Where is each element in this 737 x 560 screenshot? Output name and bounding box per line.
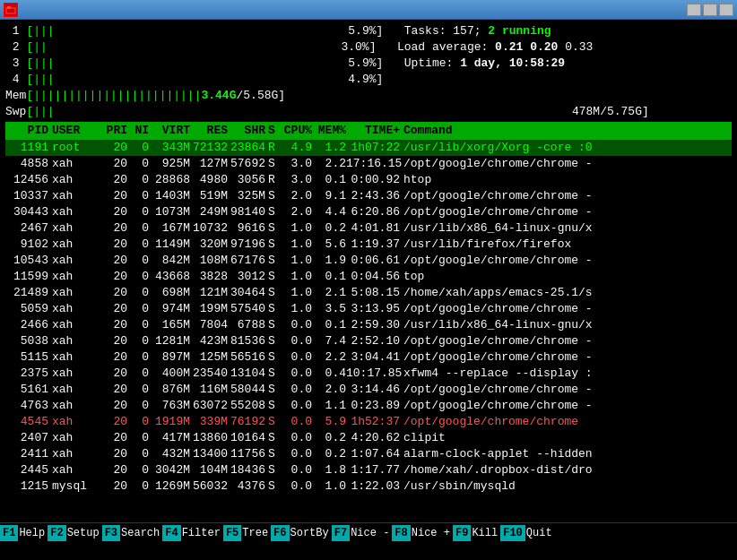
status-pair[interactable]: F10Quit — [500, 525, 554, 541]
status-label: Tree — [241, 525, 271, 541]
status-pair[interactable]: F5Tree — [223, 525, 271, 541]
status-pair[interactable]: F1Help — [0, 525, 48, 541]
table-row: 4858 xah200925M127M57692S3.02.217:16.15/… — [5, 156, 732, 172]
status-label: Quit — [525, 525, 555, 541]
status-key[interactable]: F4 — [162, 525, 180, 541]
titlebar-left — [4, 3, 22, 17]
close-button[interactable] — [719, 4, 733, 16]
status-key[interactable]: F7 — [332, 525, 350, 541]
titlebar-icon — [4, 3, 18, 17]
titlebar-buttons — [687, 4, 733, 16]
status-key[interactable]: F8 — [392, 525, 410, 541]
status-key[interactable]: F9 — [453, 525, 471, 541]
status-key[interactable]: F5 — [223, 525, 241, 541]
table-row: 2375 xah200400M2354013104S0.00.410:17.85… — [5, 366, 732, 382]
table-row: 2467 xah200167M107329616S1.00.24:01.81/u… — [5, 220, 732, 237]
titlebar — [0, 0, 737, 20]
table-row: 2445 xah2003042M104M18436S0.01.81:17.77/… — [5, 462, 732, 478]
table-row: 2466 xah200165M78046788S0.00.12:59.30/us… — [5, 317, 732, 333]
table-row: 11599 xah2004366838283012S1.00.10:04.56t… — [5, 269, 732, 285]
table-row: 5038 xah2001281M423M81536S0.07.42:52.10/… — [5, 333, 732, 349]
status-pair[interactable]: F3Search — [102, 525, 163, 541]
table-row: 10543 xah200842M108M67176S1.01.90:06.61/… — [5, 253, 732, 269]
status-label: Search — [120, 525, 162, 541]
status-label: SortBy — [290, 525, 332, 541]
status-key[interactable]: F10 — [500, 525, 525, 541]
table-row: 2411 xah200432M1340011756S0.00.21:07.64a… — [5, 446, 732, 462]
table-row: 10337 xah2001403M519M325MS2.09.12:43.36/… — [5, 188, 732, 204]
terminal-content: 1 [||| 5.9%] Tasks: 157; 2 running 2 [||… — [5, 23, 732, 495]
table-row: 5161 xah200876M116M58044S0.02.03:14.46/o… — [5, 382, 732, 398]
table-row: 2407 xah200417M1386010164S0.00.24:20.62c… — [5, 430, 732, 446]
table-row: 4545 xah2001919M339M76192S0.05.91h52:37/… — [5, 414, 732, 430]
status-label: Filter — [181, 525, 223, 541]
statusbar: F1HelpF2SetupF3SearchF4FilterF5TreeF6Sor… — [0, 522, 737, 542]
status-label: Setup — [66, 525, 102, 541]
table-row: 1191 root200343M7213223864R4.91.21h07:22… — [5, 140, 732, 156]
maximize-button[interactable] — [703, 4, 717, 16]
status-pair[interactable]: F9Kill — [453, 525, 500, 541]
status-key[interactable]: F2 — [48, 525, 65, 541]
table-row: 30443 xah2001073M249M98140S2.04.46:20.86… — [5, 204, 732, 220]
table-row: 21489 xah200698M121M30464S1.02.15:08.15/… — [5, 285, 732, 301]
header-row: PID USERPRINIVIRTRESSHRSCPU%MEM%TIME+Com… — [5, 122, 732, 140]
table-row: 4763 xah200763M6307255208S0.01.10:23.89/… — [5, 398, 732, 414]
table-row: 12456 xah2002886849803056R3.00.10:00.92h… — [5, 172, 732, 188]
table-row: 5115 xah200897M125M56516S0.02.23:04.41/o… — [5, 349, 732, 366]
status-key[interactable]: F1 — [0, 525, 18, 541]
status-pair[interactable]: F4Filter — [162, 525, 223, 541]
status-label: Nice + — [411, 525, 453, 541]
svg-rect-1 — [7, 6, 11, 9]
minimize-button[interactable] — [687, 4, 701, 16]
status-label: Kill — [471, 525, 500, 541]
status-pair[interactable]: F7Nice - — [332, 525, 393, 541]
status-pair[interactable]: F8Nice + — [392, 525, 453, 541]
status-label: Help — [18, 525, 48, 541]
status-pair[interactable]: F6SortBy — [271, 525, 332, 541]
terminal: 1 [||| 5.9%] Tasks: 157; 2 running 2 [||… — [0, 20, 737, 522]
status-key[interactable]: F3 — [102, 525, 120, 541]
table-row: 5059 xah200974M199M57540S1.03.53:13.95/o… — [5, 301, 732, 317]
table-row: 1215 mysql2001269M560324376S0.01.01:22.0… — [5, 478, 732, 495]
status-key[interactable]: F6 — [271, 525, 289, 541]
table-row: 9102 xah2001149M320M97196S1.05.61:19.37/… — [5, 237, 732, 253]
status-label: Nice - — [350, 525, 392, 541]
status-pair[interactable]: F2Setup — [48, 525, 101, 541]
